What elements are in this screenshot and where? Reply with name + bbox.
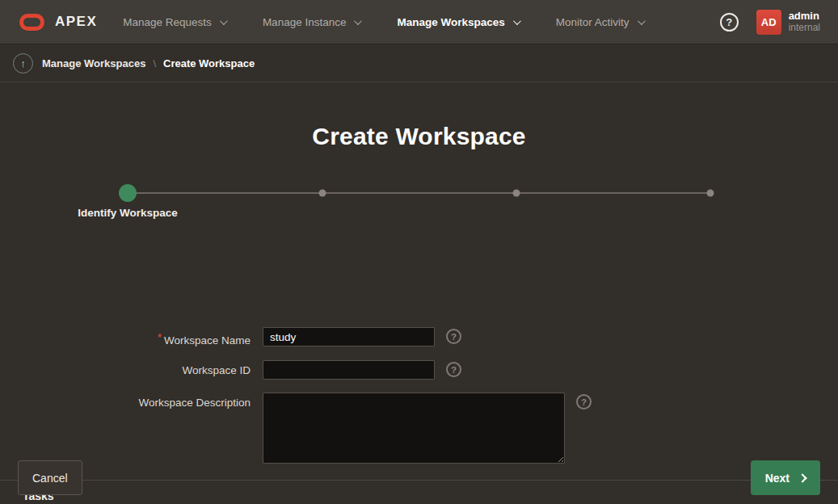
- form-row-workspace-description: Workspace Description ?: [0, 393, 838, 464]
- menu-manage-instance[interactable]: Manage Instance: [263, 16, 360, 28]
- user-realm: internal: [789, 23, 820, 34]
- wizard-step-3: [512, 190, 520, 197]
- workspace-id-label: Workspace ID: [0, 360, 251, 377]
- workspace-id-input[interactable]: [263, 360, 435, 380]
- workspace-description-label: Workspace Description: [0, 393, 251, 410]
- menu-manage-instance-label: Manage Instance: [263, 16, 347, 28]
- menu-manage-workspaces[interactable]: Manage Workspaces: [397, 16, 518, 28]
- required-marker: *: [158, 331, 162, 343]
- workspace-id-help-icon[interactable]: ?: [446, 362, 461, 377]
- avatar[interactable]: AD: [756, 10, 781, 35]
- form-row-workspace-name: *Workspace Name ?: [0, 327, 838, 347]
- chevron-down-icon: [354, 17, 362, 25]
- page-title: Create Workspace: [0, 82, 838, 150]
- menu-manage-requests[interactable]: Manage Requests: [123, 16, 225, 28]
- menu-manage-requests-label: Manage Requests: [123, 16, 212, 28]
- help-glyph: ?: [726, 16, 732, 28]
- brand[interactable]: APEX: [19, 14, 97, 31]
- avatar-initials: AD: [761, 16, 777, 28]
- wizard-buttons: Cancel Next: [18, 460, 820, 495]
- menu-manage-workspaces-label: Manage Workspaces: [397, 16, 504, 28]
- user-name: admin: [789, 10, 820, 23]
- wizard-step-2: [318, 190, 326, 197]
- workspace-name-label: *Workspace Name: [0, 327, 251, 347]
- chevron-down-icon: [220, 17, 228, 25]
- breadcrumb-parent-link[interactable]: Manage Workspaces: [42, 57, 145, 69]
- up-arrow-icon[interactable]: ↑: [13, 53, 33, 74]
- brand-name: APEX: [55, 14, 97, 30]
- main-content: Create Workspace Identify Workspace *Wor…: [0, 82, 838, 503]
- cancel-button[interactable]: Cancel: [18, 460, 82, 495]
- wizard-step-1-current: [119, 184, 137, 202]
- chevron-right-icon: [798, 473, 806, 482]
- workspace-form: *Workspace Name ? Workspace ID ? Workspa…: [0, 327, 838, 477]
- wizard-track: [128, 192, 710, 194]
- workspace-name-help-icon[interactable]: ?: [446, 329, 461, 344]
- help-icon[interactable]: ?: [720, 13, 739, 32]
- wizard-step-4: [707, 190, 714, 197]
- chevron-down-icon: [513, 17, 521, 25]
- menu-monitor-activity-label: Monitor Activity: [556, 16, 630, 28]
- workspace-description-textarea[interactable]: [263, 393, 565, 464]
- breadcrumb-separator: \: [153, 57, 156, 69]
- workspace-description-help-icon[interactable]: ?: [576, 394, 592, 410]
- top-nav-bar: APEX Manage Requests Manage Instance Man…: [0, 0, 838, 44]
- wizard-step-label: Identify Workspace: [78, 207, 178, 219]
- user-menu[interactable]: admin internal: [789, 10, 820, 34]
- main-menu: Manage Requests Manage Instance Manage W…: [123, 16, 719, 28]
- header-right: ? AD admin internal: [720, 10, 820, 35]
- workspace-name-input[interactable]: [263, 327, 435, 346]
- chevron-down-icon: [638, 17, 646, 25]
- oracle-logo-icon: [19, 14, 44, 31]
- next-button[interactable]: Next: [751, 460, 820, 495]
- breadcrumb: ↑ Manage Workspaces \ Create Workspace: [0, 44, 838, 82]
- menu-monitor-activity[interactable]: Monitor Activity: [556, 16, 643, 28]
- breadcrumb-current: Create Workspace: [163, 57, 255, 69]
- form-row-workspace-id: Workspace ID ?: [0, 360, 838, 380]
